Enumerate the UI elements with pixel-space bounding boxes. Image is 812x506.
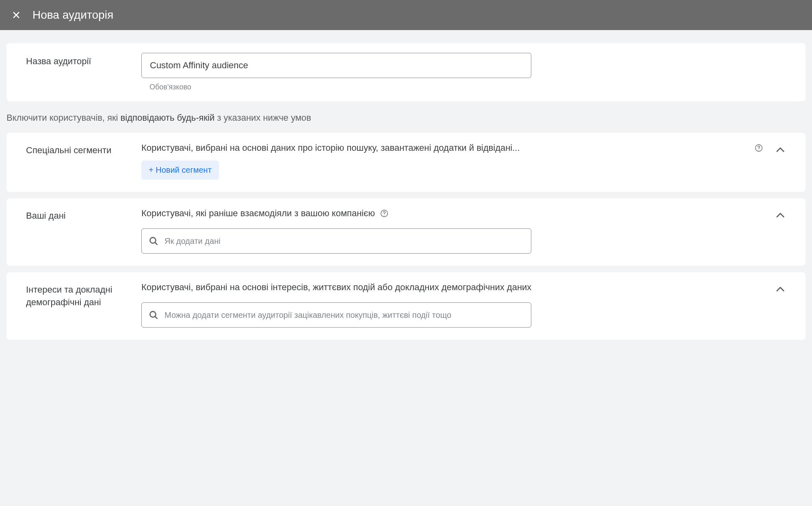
your-data-label: Ваші дані (26, 208, 141, 222)
content-area: Назва аудиторії Обов'язково Включити кор… (0, 30, 812, 346)
audience-name-card: Назва аудиторії Обов'язково (6, 43, 806, 101)
audience-name-helper: Обов'язково (141, 83, 786, 91)
custom-segments-label: Спеціальні сегменти (26, 143, 141, 157)
interests-section: Інтереси та докладні демографічні дані К… (6, 272, 806, 340)
new-segment-button[interactable]: + Новий сегмент (141, 161, 219, 180)
search-icon (148, 310, 159, 320)
interests-label: Інтереси та докладні демографічні дані (26, 282, 141, 309)
your-data-search-input[interactable] (165, 237, 524, 246)
help-icon[interactable] (754, 143, 763, 152)
audience-name-input[interactable] (141, 53, 531, 78)
chevron-up-icon[interactable] (775, 210, 786, 221)
audience-name-label: Назва аудиторії (26, 53, 141, 67)
close-icon (11, 10, 21, 20)
chevron-up-icon[interactable] (775, 284, 786, 295)
interests-search-input[interactable] (165, 311, 524, 320)
svg-point-5 (384, 215, 384, 215)
header: Нова аудиторія (0, 0, 812, 30)
intro-suffix: з указаних нижче умов (214, 113, 311, 123)
svg-point-3 (758, 150, 759, 150)
chevron-up-icon[interactable] (775, 144, 786, 156)
your-data-description: Користувачі, які раніше взаємодіяли з ва… (141, 208, 375, 219)
svg-line-7 (155, 242, 157, 244)
search-icon (148, 236, 159, 246)
your-data-search-wrap[interactable] (141, 228, 531, 254)
help-icon[interactable] (380, 209, 389, 218)
your-data-section: Ваші дані Користувачі, які раніше взаємо… (6, 198, 806, 266)
svg-line-9 (155, 316, 157, 318)
intro-bold: відповідають будь-якій (121, 113, 215, 123)
custom-segments-section: Спеціальні сегменти Користувачі, вибрані… (6, 133, 806, 192)
close-button[interactable] (10, 9, 23, 22)
intro-prefix: Включити користувачів, які (6, 113, 121, 123)
page-title: Нова аудиторія (32, 9, 113, 22)
conditions-intro: Включити користувачів, які відповідають … (0, 101, 812, 126)
custom-segments-description: Користувачі, вибрані на основі даних про… (141, 143, 749, 153)
interests-search-wrap[interactable] (141, 302, 531, 328)
interests-description: Користувачі, вибрані на основі інтересів… (141, 282, 763, 293)
